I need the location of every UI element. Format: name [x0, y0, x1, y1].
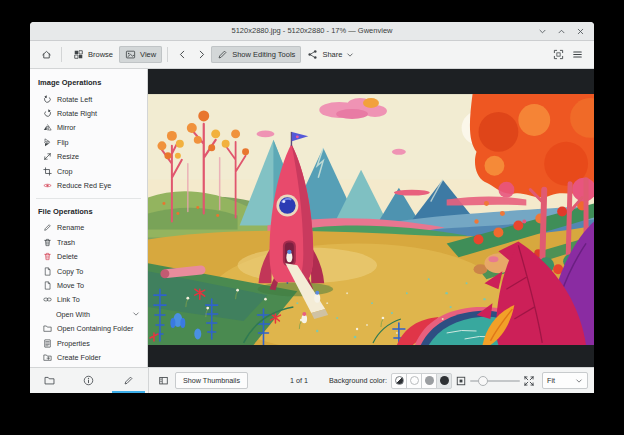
item-label: Rotate Left — [57, 95, 92, 104]
zoom-mode-combobox[interactable]: Fit — [542, 372, 588, 389]
pencil-icon — [217, 49, 228, 60]
item-label: Mirror — [57, 123, 76, 132]
link-icon — [43, 295, 52, 304]
titlebar: 5120x2880.jpg - 5120x2880 - 17% — Gwenvi… — [30, 22, 594, 41]
tab-folders[interactable] — [30, 368, 69, 393]
background-color-options — [391, 373, 452, 389]
sidebar-item-crop[interactable]: Crop — [30, 164, 147, 178]
maximize-icon[interactable] — [557, 27, 566, 36]
item-label: Copy To — [57, 267, 83, 276]
fullscreen-button[interactable] — [549, 46, 568, 63]
item-label: Resize — [57, 152, 79, 161]
sidebar-item-reduce-red-eye[interactable]: Reduce Red Eye — [30, 178, 147, 192]
minimize-icon[interactable] — [538, 27, 547, 36]
sidebar-item-create-folder[interactable]: Create Folder — [30, 350, 147, 364]
black-swatch — [440, 376, 449, 385]
zoom-fit-icon[interactable] — [455, 375, 467, 387]
close-icon[interactable] — [576, 27, 585, 36]
image-viewer-canvas[interactable] — [148, 69, 594, 367]
toolbar-separator — [61, 47, 62, 62]
back-button[interactable] — [173, 46, 192, 63]
home-icon — [41, 49, 52, 60]
properties-icon — [43, 339, 52, 348]
chevron-right-icon — [196, 49, 207, 60]
item-label: Rename — [57, 223, 84, 232]
open-with-label: Open With — [56, 310, 90, 319]
zoom-slider-knob[interactable] — [478, 376, 488, 386]
zoom-slider[interactable] — [470, 373, 520, 389]
folder-icon — [44, 375, 55, 386]
resize-icon — [43, 152, 52, 161]
actual-size-icon[interactable] — [523, 375, 535, 387]
trash-icon — [43, 238, 52, 247]
sidebar-item-delete[interactable]: Delete — [30, 250, 147, 264]
open-with-dropdown[interactable]: Open With — [30, 307, 147, 321]
delete-icon — [43, 252, 52, 261]
gray-swatch — [425, 376, 434, 385]
sidebar-item-trash[interactable]: Trash — [30, 235, 147, 249]
sidebar-item-resize[interactable]: Resize — [30, 150, 147, 164]
red-eye-icon — [43, 181, 52, 190]
view-label: View — [140, 50, 156, 59]
crop-icon — [43, 167, 52, 176]
sidebar-item-flip[interactable]: Flip — [30, 135, 147, 149]
item-label: Create Folder — [57, 353, 101, 362]
browse-button[interactable]: Browse — [67, 46, 119, 63]
sidebar-item-copy-to[interactable]: Copy To — [30, 264, 147, 278]
forward-button[interactable] — [192, 46, 211, 63]
half-circle-swatch — [395, 376, 404, 385]
rotate-right-icon — [43, 109, 52, 118]
image-icon — [125, 49, 136, 60]
share-icon — [307, 49, 318, 60]
zoom-mode-value: Fit — [547, 376, 555, 385]
share-button[interactable]: Share — [301, 46, 360, 63]
sidebar-tabs — [30, 368, 149, 393]
view-button[interactable]: View — [119, 46, 162, 63]
hamburger-menu-button[interactable] — [568, 46, 587, 63]
sidebar-item-rotate-right[interactable]: Rotate Right — [30, 106, 147, 120]
white-swatch — [410, 376, 419, 385]
operations-sidebar: Image Operations Rotate Left Rotate Righ… — [30, 69, 148, 367]
bg-color-gray-option[interactable] — [421, 373, 437, 389]
section-divider — [36, 198, 141, 199]
thumbnail-bar-toggle[interactable] — [155, 373, 171, 389]
tab-information[interactable] — [69, 368, 108, 393]
item-label: Flip — [57, 138, 69, 147]
sidebar-item-rotate-left[interactable]: Rotate Left — [30, 92, 147, 106]
bg-color-white-option[interactable] — [406, 373, 422, 389]
displayed-image-rocket-landscape — [148, 94, 594, 345]
flip-icon — [43, 138, 52, 147]
statusbar: Show Thumbnails 1 of 1 Background color: — [30, 367, 594, 393]
item-label: Open Containing Folder — [57, 324, 133, 333]
item-label: Link To — [57, 295, 80, 304]
sidebar-item-rename[interactable]: Rename — [30, 221, 147, 235]
section-title: Image Operations — [30, 74, 147, 92]
sidebar-item-move-to[interactable]: Move To — [30, 278, 147, 292]
sidebar-item-mirror[interactable]: Mirror — [30, 121, 147, 135]
copy-icon — [43, 267, 52, 276]
rename-icon — [43, 223, 52, 232]
gwenview-window: 5120x2880.jpg - 5120x2880 - 17% — Gwenvi… — [30, 22, 594, 393]
section-title: File Operations — [30, 203, 147, 221]
sidebar-item-link-to[interactable]: Link To — [30, 293, 147, 307]
pencil-icon — [123, 375, 134, 386]
tab-editing-tools[interactable] — [109, 368, 148, 393]
create-folder-icon — [43, 353, 52, 362]
show-editing-tools-label: Show Editing Tools — [232, 50, 295, 59]
browse-grid-icon — [73, 49, 84, 60]
show-editing-tools-button[interactable]: Show Editing Tools — [211, 46, 301, 63]
chevron-left-icon — [177, 49, 188, 60]
home-button[interactable] — [37, 46, 56, 63]
show-thumbnails-button[interactable]: Show Thumbnails — [175, 372, 248, 389]
image-position-indicator: 1 of 1 — [290, 376, 308, 385]
bg-color-black-option[interactable] — [436, 373, 452, 389]
sidebar-item-open-containing-folder[interactable]: Open Containing Folder — [30, 321, 147, 335]
toolbar-separator — [167, 47, 168, 62]
bg-color-auto-option[interactable] — [391, 373, 407, 389]
item-label: Trash — [57, 238, 75, 247]
rotate-left-icon — [43, 95, 52, 104]
folder-icon — [43, 324, 52, 333]
info-icon — [83, 375, 94, 386]
item-label: Crop — [57, 167, 73, 176]
sidebar-item-properties[interactable]: Properties — [30, 336, 147, 350]
